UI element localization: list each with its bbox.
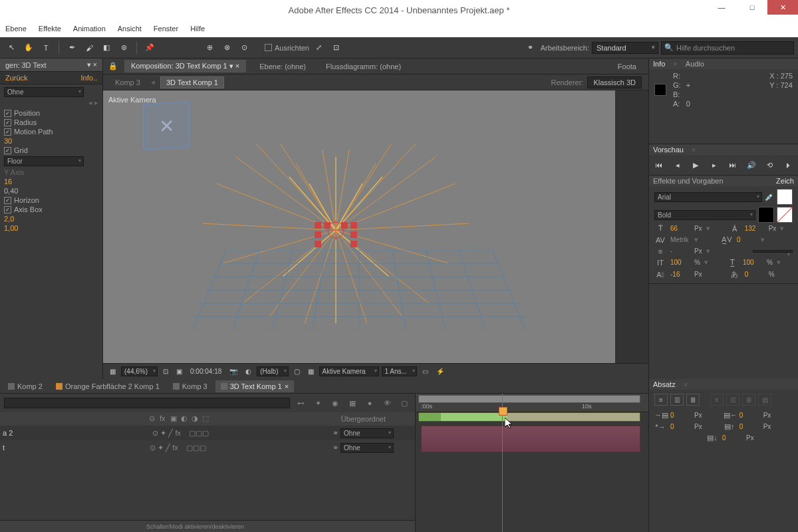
snap2-icon[interactable]: ⊡	[329, 41, 344, 55]
composition-viewport[interactable]: Aktive Kamera ✕	[103, 90, 615, 363]
axis-world-icon[interactable]: ⊗	[219, 41, 234, 55]
grid-toggle-icon[interactable]: ▦	[107, 368, 118, 375]
character-tab[interactable]: Zeich	[776, 177, 794, 185]
layer-row-1[interactable]: a 2 ⊙ ✦ ╱ fx ▢▢▢ ⚭ Ohne	[0, 426, 415, 440]
panel-menu-icon[interactable]: ▾ ×	[87, 61, 97, 69]
text-tool-icon[interactable]: T	[39, 41, 53, 55]
time-ruler[interactable]: :00s 10s	[416, 394, 648, 412]
timeline-tab-komp3[interactable]: Komp 3	[168, 380, 213, 392]
timeline-footer-hint[interactable]: Schalter/Modi aktivieren/deaktivieren	[0, 520, 415, 532]
menu-effekte[interactable]: Effekte	[39, 25, 61, 33]
horizon-check[interactable]: ✓	[4, 197, 11, 204]
pin-tool-icon[interactable]: 📌	[142, 41, 157, 55]
last-frame-icon[interactable]: ⏭	[727, 159, 739, 171]
menu-ebene[interactable]: Ebene	[5, 25, 27, 33]
tl-tool5-icon[interactable]: ●	[363, 396, 376, 410]
radius-check[interactable]: ✓	[4, 119, 11, 126]
pixel-aspect-icon[interactable]: ▭	[420, 368, 431, 375]
mute-icon[interactable]: 🔊	[745, 159, 757, 171]
timecode[interactable]: 0:00:04:18	[188, 368, 224, 375]
first-frame-icon[interactable]: ⏮	[653, 159, 665, 171]
channel-icon[interactable]: ◐	[243, 368, 254, 375]
align-center-icon[interactable]: ☰	[670, 394, 684, 406]
position-check[interactable]: ✓	[4, 110, 11, 117]
play-icon[interactable]: ▶	[690, 159, 702, 171]
transparency-icon[interactable]: ▦	[305, 368, 317, 375]
switch-adj-icon[interactable]: ◑	[192, 414, 201, 424]
breadcrumb-active[interactable]: 3D Text Komp 1	[160, 76, 224, 88]
font-family-combo[interactable]: Arial	[654, 192, 762, 202]
minimize-button[interactable]: —	[706, 0, 737, 15]
info-tab[interactable]: Info	[653, 60, 665, 68]
info-link[interactable]: Info..	[81, 74, 97, 82]
timeline-tab-active[interactable]: 3D Text Komp 1 ×	[215, 380, 295, 392]
prev-frame-icon[interactable]: ◂	[672, 159, 684, 171]
roi-icon[interactable]: ▢	[291, 368, 303, 375]
layer-row-2[interactable]: t ⊙ ✦ ╱ fx ▢▢▢ ⚭ Ohne	[0, 440, 415, 455]
shape-combo[interactable]: Ohne	[4, 87, 84, 97]
work-area[interactable]	[418, 412, 640, 422]
snapshot-icon[interactable]: 📷	[227, 368, 240, 375]
flowchart-tab[interactable]: Flussdiagramm: (ohne)	[319, 61, 408, 72]
switch-fx-icon[interactable]: fx	[160, 414, 169, 424]
eyedropper-icon[interactable]: 💉	[765, 193, 774, 201]
renderer-button[interactable]: Klassisch 3D	[587, 76, 642, 88]
layer-tab[interactable]: Ebene: (ohne)	[253, 61, 313, 72]
help-search-input[interactable]: 🔍 Hilfe durchsuchen	[661, 41, 794, 55]
clone-tool-icon[interactable]: ⊛	[116, 41, 131, 55]
stroke-style-combo[interactable]	[753, 250, 793, 253]
tl-tool7-icon[interactable]: ▢	[398, 396, 411, 410]
next-frame-icon[interactable]: ▸	[708, 159, 720, 171]
fast-preview-icon[interactable]: ⚡	[434, 368, 447, 375]
res-half-icon[interactable]: ▣	[174, 368, 185, 375]
justify-all-icon[interactable]: ▤	[758, 394, 771, 406]
parent-combo-1[interactable]: Ohne	[340, 428, 394, 438]
hand-tool-icon[interactable]: ✋	[21, 41, 36, 55]
work-area-bar[interactable]	[418, 395, 640, 403]
close-button[interactable]: ✕	[767, 0, 798, 15]
axisbox-check[interactable]: ✓	[4, 206, 11, 213]
tl-tool1-icon[interactable]: ⊷	[294, 396, 307, 410]
view-combo[interactable]: Aktive Kamera	[319, 366, 379, 376]
menu-fenster[interactable]: Fenster	[154, 25, 178, 33]
maximize-button[interactable]: □	[737, 0, 767, 15]
menu-animation[interactable]: Animation	[73, 25, 106, 33]
fill-color[interactable]	[777, 189, 793, 205]
parent-combo-2[interactable]: Ohne	[340, 443, 394, 453]
switch-3d-icon[interactable]: ▣	[170, 414, 180, 424]
switch-cube-icon[interactable]: ⬚	[202, 414, 211, 424]
absatz-tab[interactable]: Absatz	[653, 380, 676, 388]
comp-tab-active[interactable]: Komposition: 3D Text Komp 1 ▾ ×	[124, 60, 246, 72]
loop-icon[interactable]: ⟲	[763, 159, 775, 171]
selection-tool-icon[interactable]: ↖	[4, 41, 19, 55]
pen-tool-icon[interactable]: ✒	[65, 41, 79, 55]
timeline-search[interactable]	[4, 398, 290, 408]
align-left-icon[interactable]: ≡	[654, 394, 668, 406]
stroke-none[interactable]	[777, 207, 793, 223]
justify-right-icon[interactable]: ≣	[742, 394, 755, 406]
effect-tab-label[interactable]: gen: 3D Text	[5, 61, 47, 69]
playhead[interactable]	[502, 394, 503, 532]
preview-tab[interactable]: Vorschau	[653, 146, 684, 154]
audio-tab[interactable]: Audio	[686, 60, 704, 68]
axis-cube-icon[interactable]: ✕	[143, 101, 190, 150]
res-full-icon[interactable]: ⊡	[160, 368, 171, 375]
resolution-combo[interactable]: (Halb)	[257, 366, 288, 376]
menu-hilfe[interactable]: Hilfe	[190, 25, 205, 33]
tl-tool3-icon[interactable]: ◉	[329, 396, 342, 410]
views-count-combo[interactable]: 1 Ans...	[382, 366, 417, 376]
brush-tool-icon[interactable]: 🖌	[82, 41, 96, 55]
axis-local-icon[interactable]: ⊕	[202, 41, 217, 55]
justify-left-icon[interactable]: ≡	[710, 394, 724, 406]
workspace-combo[interactable]: Standard	[592, 42, 658, 54]
motionpath-check[interactable]: ✓	[4, 128, 11, 136]
floor-combo[interactable]: Floor	[4, 156, 84, 166]
breadcrumb-komp3[interactable]: Komp 3	[110, 77, 146, 88]
link-icon[interactable]: ⚭	[523, 41, 538, 55]
ram-preview-icon[interactable]: ⏵	[782, 159, 794, 171]
eraser-tool-icon[interactable]: ◧	[99, 41, 114, 55]
footage-tab[interactable]: Foota	[611, 61, 643, 72]
stroke-color-black[interactable]	[758, 207, 774, 223]
snap-icon[interactable]: ⤢	[312, 41, 327, 55]
timeline-tab-orange[interactable]: Orange Farbfläche 2 Komp 1	[51, 380, 165, 392]
